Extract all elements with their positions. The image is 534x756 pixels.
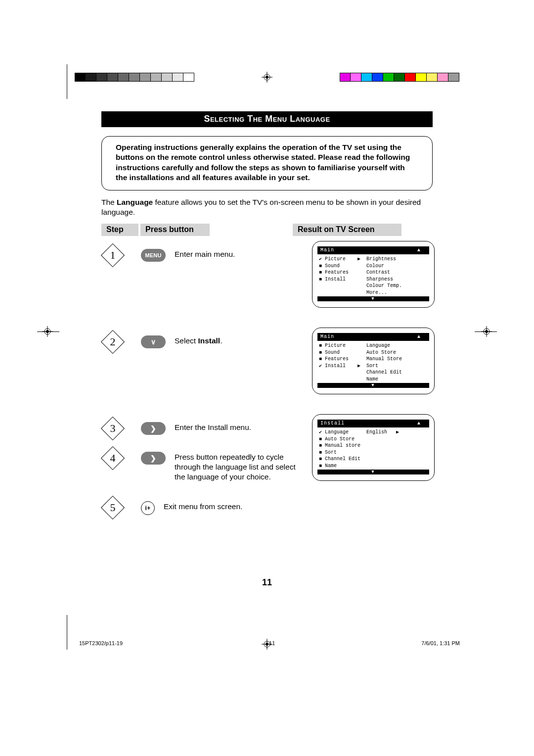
tv-title: Install [320,420,345,427]
step-row-3: 3 ❯ Enter the Install menu. [101,417,301,440]
step-number: 4 [101,447,124,470]
step-description: Exit menu from screen. [164,502,290,512]
step-row-1: 1 MENU Enter main menu. [101,244,301,267]
intro-pre: The [101,198,117,206]
tv-title: Main [320,333,334,340]
section-title: Selecting The Menu Language [101,111,433,127]
step-number: 5 [101,496,124,519]
step-number-diamond: 2 [101,331,124,353]
registration-mark-icon [262,72,272,83]
step-number-diamond: 3 [101,417,124,440]
info-button-icon: i+ [141,501,155,515]
desc-bold: Install [198,336,220,345]
footer-left: 15PT2302/p11-19 [79,640,123,646]
header-press: Press button [140,224,210,236]
manual-page: Selecting The Menu Language Operating in… [0,0,534,756]
desc-post: . [220,336,222,345]
step-row-4: 4 ❯ Press button repeatedly to cycle thr… [101,447,301,482]
step-number: 1 [101,244,124,267]
header-result: Result on TV Screen [293,224,401,236]
step-number: 2 [101,331,124,353]
step-description: Press button repeatedly to cycle through… [175,452,301,482]
tv-screen-mockup-3: Install▲ ✔ LanguageEnglish ▶■ Auto Store… [312,414,435,481]
step-number-diamond: 4 [101,447,124,470]
notice-box: Operating instructions generally explain… [101,136,433,190]
step-description: Enter the Install menu. [175,423,301,432]
print-footer: 15PT2302/p11-19 11 7/6/01, 1:31 PM [79,640,460,646]
footer-right: 7/6/01, 1:31 PM [421,640,460,646]
right-button-icon: ❯ [141,452,166,465]
down-button-icon: ∨ [141,335,166,348]
step-description: Enter main menu. [175,249,301,259]
right-button-icon: ❯ [141,422,166,435]
registration-mark-icon [42,326,53,337]
step-number-diamond: 1 [101,244,124,267]
steps-area: 1 MENU Enter main menu. 2 ∨ Select Insta… [101,244,433,551]
step-row-5: 5 i+ Exit menu from screen. [101,496,290,519]
color-calibration-strip [340,73,459,82]
crop-mark [67,615,67,650]
step-number: 3 [101,417,124,440]
greyscale-calibration-strip [75,73,194,82]
crop-mark [67,64,67,99]
tv-screen-mockup-2: Main▲ ■ Picture Language■ Sound Auto Sto… [312,328,435,395]
step-description: Select Install. [175,336,301,346]
tv-screen-mockup-1: Main▲ ✔ Picture ▶Brightness■ Sound Colou… [312,241,435,308]
tv-title: Main [320,247,334,254]
column-headers: Step Press button Result on TV Screen [101,224,433,236]
intro-text: The Language feature allows you to set t… [101,197,433,218]
header-step: Step [101,224,138,236]
intro-bold: Language [117,198,153,206]
footer-center: 11 [123,640,421,646]
desc-pre: Select [175,336,198,345]
page-number: 11 [0,577,534,588]
menu-button-icon: MENU [141,249,166,262]
registration-mark-icon [481,326,492,337]
step-row-2: 2 ∨ Select Install. [101,331,301,353]
step-number-diamond: 5 [101,496,124,519]
page-content: Selecting The Menu Language Operating in… [101,111,433,551]
